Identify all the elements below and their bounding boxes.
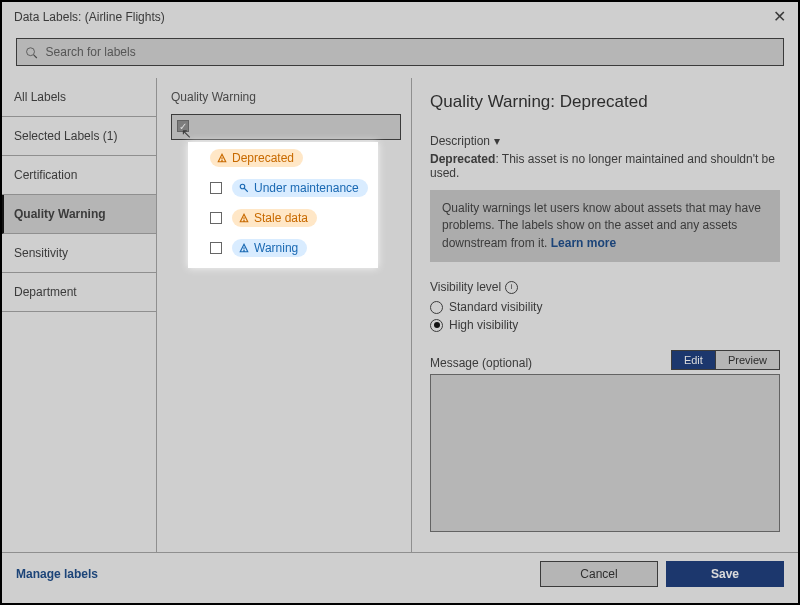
svg-line-5 [244,188,248,192]
radio-label: Standard visibility [449,300,542,314]
warning-icon [216,152,228,164]
pill-label: Warning [254,241,298,255]
svg-point-7 [244,221,245,222]
message-textarea[interactable] [430,374,780,532]
label-pill-under-maintenance[interactable]: Under maintenance [232,179,368,197]
label-pill-stale-data[interactable]: Stale data [232,209,317,227]
warning-icon [238,242,250,254]
pill-label: Stale data [254,211,308,225]
search-box[interactable] [16,38,784,66]
description-label: Description [430,134,490,148]
checkbox-under-maintenance[interactable] [210,182,222,194]
visibility-label: Visibility level i [430,280,780,294]
radio-standard-visibility[interactable]: Standard visibility [430,300,780,314]
close-icon[interactable]: ✕ [773,9,786,25]
cancel-button[interactable]: Cancel [540,561,658,587]
description-toggle[interactable]: Description ▾ [430,134,780,148]
checkbox-warning[interactable] [210,242,222,254]
search-icon [25,46,38,59]
pill-label: Under maintenance [254,181,359,195]
radio-high-visibility[interactable]: High visibility [430,318,780,332]
svg-point-3 [222,161,223,162]
pill-label: Deprecated [232,151,294,165]
info-icon[interactable]: i [505,281,518,294]
wrench-icon [238,182,250,194]
save-button[interactable]: Save [666,561,784,587]
sidebar-item-selected-labels[interactable]: Selected Labels (1) [2,117,156,156]
list-item[interactable]: Under maintenance [210,176,368,200]
message-label: Message (optional) [430,356,532,370]
message-tabs: Edit Preview [671,350,780,370]
warning-icon [238,212,250,224]
dialog-title: Data Labels: (Airline Flights) [14,10,165,24]
sidebar-item-quality-warning[interactable]: Quality Warning [2,195,156,234]
search-input[interactable] [44,44,775,60]
list-item[interactable]: Stale data [210,206,368,230]
tab-edit[interactable]: Edit [672,351,715,369]
list-item[interactable]: Deprecated [210,146,368,170]
learn-more-link[interactable]: Learn more [551,236,616,250]
sidebar: All Labels Selected Labels (1) Certifica… [2,78,157,552]
checkbox-stale-data[interactable] [210,212,222,224]
info-box: Quality warnings let users know about as… [430,190,780,262]
checkbox-deprecated[interactable]: ✓ [177,120,189,132]
tab-preview[interactable]: Preview [715,351,779,369]
svg-point-0 [27,47,35,55]
sidebar-item-sensitivity[interactable]: Sensitivity [2,234,156,273]
sidebar-item-all-labels[interactable]: All Labels [2,78,156,117]
label-pill-deprecated[interactable]: Deprecated [210,149,303,167]
svg-line-1 [34,54,37,57]
list-item[interactable]: Warning [210,236,368,260]
sidebar-item-certification[interactable]: Certification [2,156,156,195]
description-text: Deprecated: This asset is no longer main… [430,152,780,180]
detail-title: Quality Warning: Deprecated [430,92,780,112]
radio-label: High visibility [449,318,518,332]
quality-warning-label-list: Deprecated Under maintenance Stale data … [188,142,378,268]
chevron-down-icon: ▾ [494,134,500,148]
svg-point-9 [244,251,245,252]
manage-labels-link[interactable]: Manage labels [16,567,98,581]
label-select-box[interactable] [171,114,401,140]
sidebar-item-department[interactable]: Department [2,273,156,312]
mid-panel-title: Quality Warning [171,90,411,104]
label-pill-warning[interactable]: Warning [232,239,307,257]
